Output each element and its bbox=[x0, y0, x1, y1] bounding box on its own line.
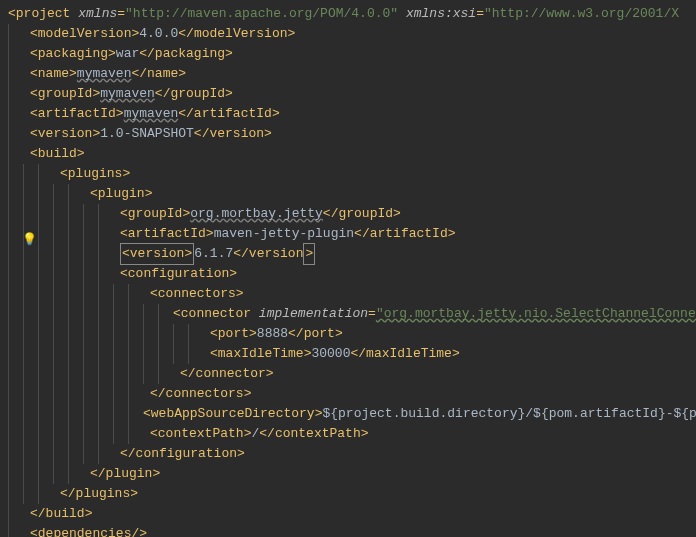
code-line: <configuration> bbox=[8, 264, 696, 284]
code-line: <artifactId>mymaven</artifactId> bbox=[8, 104, 696, 124]
code-line: <version>1.0-SNAPSHOT</version> bbox=[8, 124, 696, 144]
intention-bulb-icon[interactable]: 💡 bbox=[22, 230, 37, 250]
code-line: <modelVersion>4.0.0</modelVersion> bbox=[8, 24, 696, 44]
code-line: </plugin> bbox=[8, 464, 696, 484]
code-line: <contextPath>/</contextPath> bbox=[8, 424, 696, 444]
code-line: <connector implementation="org.mortbay.j… bbox=[8, 304, 696, 324]
code-line: </build> bbox=[8, 504, 696, 524]
code-line: <port>8888</port> bbox=[8, 324, 696, 344]
code-line: <webAppSourceDirectory>${project.build.d… bbox=[8, 404, 696, 424]
code-line: <connectors> bbox=[8, 284, 696, 304]
code-line: <name>mymaven</name> bbox=[8, 64, 696, 84]
code-line: </connectors> bbox=[8, 384, 696, 404]
code-editor[interactable]: <project xmlns="http://maven.apache.org/… bbox=[0, 0, 696, 537]
code-line: </plugins> bbox=[8, 484, 696, 504]
code-line: <build> bbox=[8, 144, 696, 164]
code-line: <groupId>org.mortbay.jetty</groupId> bbox=[8, 204, 696, 224]
code-line: </connector> bbox=[8, 364, 696, 384]
code-line: <project xmlns="http://maven.apache.org/… bbox=[8, 4, 696, 24]
code-line: <artifactId>maven-jetty-plugin</artifact… bbox=[8, 224, 696, 244]
code-line: <maxIdleTime>30000</maxIdleTime> bbox=[8, 344, 696, 364]
code-line: <groupId>mymaven</groupId> bbox=[8, 84, 696, 104]
code-line: <packaging>war</packaging> bbox=[8, 44, 696, 64]
code-line: <dependencies/> bbox=[8, 524, 696, 537]
code-line: </configuration> bbox=[8, 444, 696, 464]
code-line: <version>6.1.7</version> bbox=[8, 244, 696, 264]
code-line: <plugins> bbox=[8, 164, 696, 184]
code-line: <plugin> bbox=[8, 184, 696, 204]
